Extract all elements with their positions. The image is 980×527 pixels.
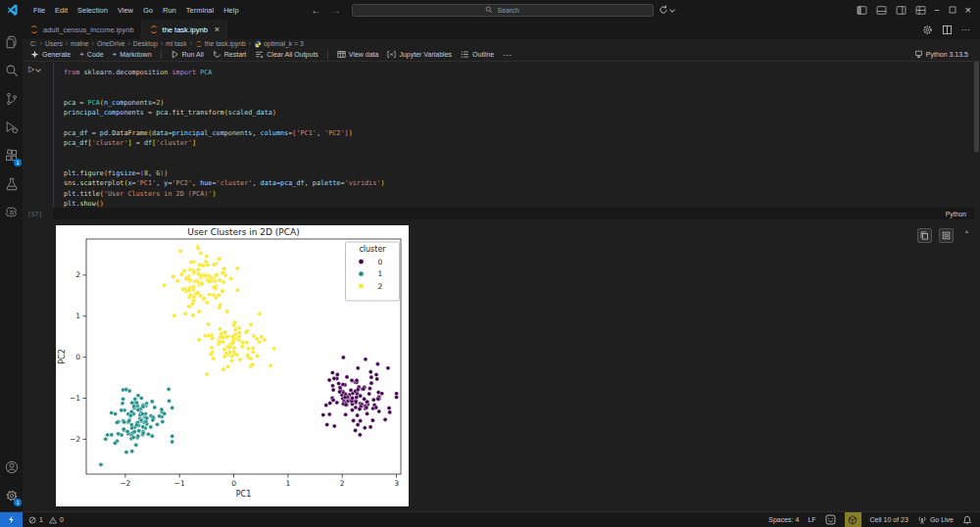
breadcrumb-separator: ›: [63, 40, 71, 47]
svg-text:−2: −2: [120, 479, 130, 488]
view-data-button[interactable]: View data: [337, 50, 379, 59]
toggle-sidebar-icon[interactable]: [857, 5, 867, 16]
outline-button[interactable]: Outline: [461, 50, 494, 59]
sidebar-item-run-debug[interactable]: [0, 113, 23, 141]
svg-text:PC1: PC1: [236, 490, 252, 499]
open-output-button[interactable]: [939, 228, 954, 243]
close-button[interactable]: ×: [965, 4, 971, 16]
clear-outputs-button[interactable]: Clear All Outputs: [255, 50, 318, 59]
toolbar-more-button[interactable]: ···: [503, 50, 512, 60]
search-placeholder: Search: [497, 7, 518, 14]
run-all-button[interactable]: Run All: [171, 50, 204, 59]
menu-item-selection[interactable]: Selection: [73, 6, 113, 15]
code-line[interactable]: plt.title('User Clusters in 2D (PCA)'): [64, 189, 384, 199]
settings-gear-icon[interactable]: 1: [0, 481, 23, 509]
feedback-smiley-icon[interactable]: [825, 514, 836, 525]
svg-text:0: 0: [378, 258, 383, 266]
svg-text:0: 0: [75, 353, 80, 361]
sidebar-item-explorer[interactable]: [0, 27, 23, 56]
sidebar-item-extensions[interactable]: 1: [0, 141, 23, 169]
account-icon[interactable]: [0, 453, 23, 481]
restart-button[interactable]: Restart: [213, 50, 247, 59]
add-markdown-button[interactable]: +Markdown: [113, 50, 152, 59]
generate-button[interactable]: Generate: [30, 50, 71, 59]
menu-item-help[interactable]: Help: [219, 6, 243, 15]
code-line[interactable]: [64, 159, 384, 168]
code-line[interactable]: principal_components = pca.fit_transform…: [64, 108, 384, 118]
code-line[interactable]: [64, 88, 384, 98]
code-line[interactable]: [64, 77, 384, 87]
code-line[interactable]: [64, 148, 384, 158]
cell-run-button[interactable]: ▷: [28, 65, 40, 73]
menu-item-file[interactable]: File: [28, 6, 50, 15]
go-live-button[interactable]: Go Live: [917, 515, 954, 525]
tab-label: adult_census_income.ipynb: [43, 25, 134, 34]
execution-count: [57]: [27, 211, 42, 217]
breadcrumb-item[interactable]: ml task: [166, 40, 187, 47]
breadcrumb-item[interactable]: the task.ipynb: [205, 40, 246, 47]
jupyter-icon: [195, 40, 203, 48]
breadcrumb-item[interactable]: malne: [71, 40, 89, 47]
nav-forward-icon[interactable]: →: [326, 5, 346, 16]
copy-output-button[interactable]: [917, 228, 932, 243]
menu-item-go[interactable]: Go: [138, 6, 158, 15]
warning-icon: [49, 516, 57, 524]
cell-position-indicator[interactable]: Cell 10 of 23: [870, 516, 908, 523]
breadcrumb-item[interactable]: C:: [30, 40, 37, 47]
collapse-output-icon[interactable]: ▴: [965, 227, 968, 234]
toolbar-divider: [161, 50, 162, 59]
copilot-button[interactable]: [659, 5, 674, 15]
code-line[interactable]: pca = PCA(n_components=2): [64, 98, 384, 108]
jupyter-variables-button[interactable]: Jupyter Variables: [387, 50, 452, 59]
breadcrumb-item[interactable]: OneDrive: [97, 40, 125, 47]
sidebar-item-testing[interactable]: [0, 169, 23, 198]
customize-layout-icon[interactable]: [915, 5, 926, 16]
sidebar-item-source-control[interactable]: [0, 84, 23, 113]
code-line[interactable]: pca_df['cluster'] = df['cluster']: [64, 138, 384, 148]
code-line[interactable]: [64, 118, 384, 127]
editor-scrollbar[interactable]: [974, 62, 979, 152]
breadcrumb-item[interactable]: Desktop: [133, 40, 158, 47]
eol-indicator[interactable]: LF: [808, 516, 815, 523]
menu-item-edit[interactable]: Edit: [50, 6, 73, 15]
code-line[interactable]: plt.figure(figsize=(8, 6)): [64, 168, 384, 178]
sidebar-item-search[interactable]: [0, 56, 23, 84]
menu-item-run[interactable]: Run: [158, 6, 181, 15]
code-line[interactable]: from sklearn.decomposition import PCA: [64, 68, 384, 77]
tab-adult-census-income[interactable]: adult_census_income.ipynb: [23, 20, 142, 39]
code-cell-editor[interactable]: from sklearn.decomposition import PCApca…: [64, 68, 384, 209]
breadcrumb-separator: ›: [187, 40, 195, 47]
maximize-button[interactable]: [949, 6, 956, 14]
breadcrumb-item[interactable]: Users: [45, 40, 63, 47]
tab-the-task[interactable]: the task.ipynb ×: [142, 20, 228, 39]
breadcrumb-item[interactable]: optimal_k = 3: [264, 40, 304, 47]
svg-text:0: 0: [231, 479, 236, 488]
formatter-status-icon[interactable]: [845, 512, 861, 527]
menu-item-terminal[interactable]: Terminal: [181, 6, 219, 15]
more-actions-icon[interactable]: ···: [961, 24, 970, 34]
notifications-bell-icon[interactable]: [962, 515, 972, 525]
notebook-editor: ▷ from sklearn.decomposition import PCAp…: [23, 62, 980, 511]
minimize-button[interactable]: –: [935, 5, 940, 15]
menu-item-view[interactable]: View: [113, 6, 138, 15]
editor-settings-icon[interactable]: [922, 24, 933, 35]
add-code-button[interactable]: +Code: [79, 50, 103, 59]
problems-indicator[interactable]: 1 0: [28, 516, 64, 524]
spaces-indicator[interactable]: Spaces: 4: [768, 516, 799, 523]
plus-icon: +: [113, 50, 118, 59]
kernel-picker[interactable]: Python 3.13.5: [914, 50, 980, 59]
sidebar-item-data-extension[interactable]: [0, 198, 23, 226]
split-editor-icon[interactable]: [942, 24, 953, 35]
toggle-panel-icon[interactable]: [876, 5, 887, 16]
code-line[interactable]: pca_df = pd.DataFrame(data=principal_com…: [64, 128, 384, 138]
remote-indicator[interactable]: [0, 512, 23, 527]
status-bar-right: Spaces: 4 LF Cell 10 of 23 Go Live: [768, 512, 980, 527]
code-line[interactable]: sns.scatterplot(x='PC1', y='PC2', hue='c…: [64, 178, 384, 188]
tab-close-icon[interactable]: ×: [215, 24, 220, 34]
svg-text:−2: −2: [70, 435, 80, 444]
search-input[interactable]: Search: [352, 4, 654, 17]
svg-text:−1: −1: [70, 394, 80, 403]
nav-back-icon[interactable]: ←: [307, 5, 326, 16]
toggle-secondary-sidebar-icon[interactable]: [896, 5, 906, 16]
cell-language-label[interactable]: Python: [946, 211, 966, 217]
